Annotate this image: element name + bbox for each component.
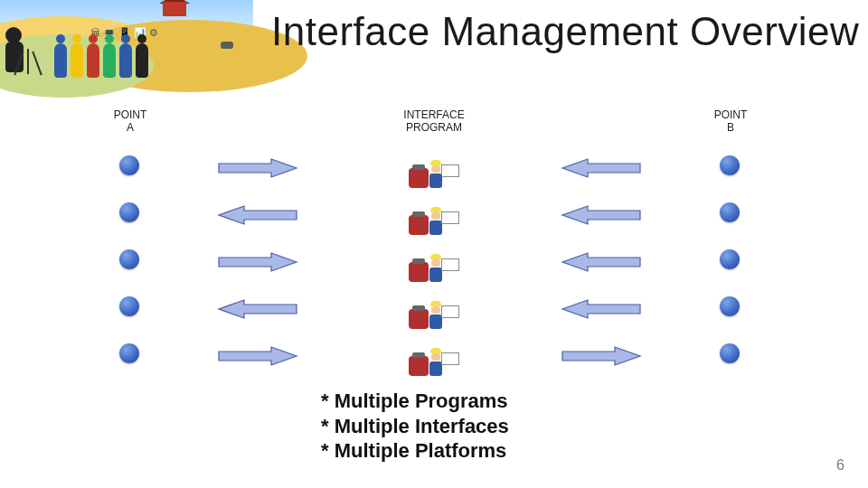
arrow-right-side [561,204,642,226]
slide-title: Interface Management Overview [271,9,868,54]
point-b-dot [720,343,740,363]
header-illustration: 🏛 💻 📱 📊 ⚙ [0,0,253,90]
arrow-right-side [561,157,642,179]
note-line: * Multiple Interfaces [321,414,509,439]
point-b-dot [720,296,740,316]
arrow-left-side [217,204,298,226]
notes-list: * Multiple Programs* Multiple Interfaces… [321,389,509,464]
point-a-dot [119,155,139,175]
engineer-icon [409,240,459,282]
point-b-dot [720,202,740,222]
label-point-a: POINT A [103,108,157,135]
diagram-row [54,333,814,380]
page-number: 6 [836,457,844,474]
engineer-icon [409,193,459,235]
arrow-right-side [561,345,642,367]
diagram-row [54,192,814,239]
point-a-dot [119,249,139,269]
diagram-row [54,286,814,333]
label-point-b: POINT B [703,108,758,135]
arrow-right-side [561,251,642,273]
photographer-icon [5,27,24,72]
diagram-row [54,145,814,192]
point-a-dot [119,202,139,222]
cow-icon [221,42,233,49]
tripod-icon [27,49,29,74]
arrow-left-side [217,345,298,367]
point-a-dot [119,343,139,363]
engineer-icon [409,334,459,376]
arrow-right-side [561,298,642,320]
note-line: * Multiple Platforms [321,438,509,464]
label-interface-program: INTERFACE PROGRAM [389,108,479,135]
point-b-dot [720,155,740,175]
engineer-icon [409,146,459,188]
engineer-icon [409,287,459,329]
point-a-dot [119,296,139,316]
arrow-left-side [217,298,298,320]
people-icons [54,43,148,78]
arrow-left-side [217,157,298,179]
note-line: * Multiple Programs [321,389,509,414]
arrow-left-side [217,251,298,273]
point-b-dot [720,249,740,269]
diagram-row [54,239,814,286]
